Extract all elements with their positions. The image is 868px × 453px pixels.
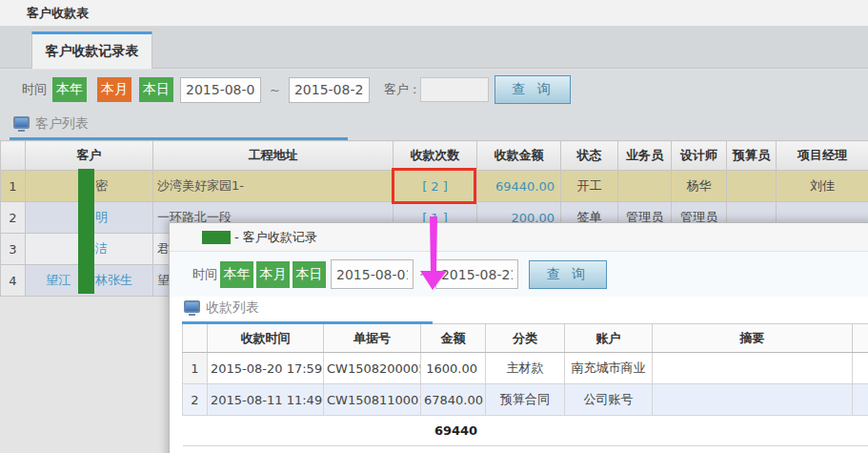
customer-list-title: 客户列表: [35, 115, 89, 133]
extra-cell: [853, 384, 868, 416]
col-doc-no[interactable]: 单据号: [324, 324, 421, 353]
extra-cell: [853, 353, 868, 384]
col-status[interactable]: 状态: [561, 141, 618, 171]
row-num: 2: [1, 202, 26, 234]
customer-table-header: 客户 工程地址 收款次数 收款金额 状态 业务员 设计师 预算员 项目经理: [1, 141, 868, 171]
this-month-button[interactable]: 本月: [256, 261, 290, 288]
col-rownum: [183, 324, 208, 353]
row-num: 1: [1, 171, 26, 202]
dialog-filter-bar: 时间 本年 本月 本日 ~ 查 询: [170, 252, 868, 297]
this-month-button[interactable]: 本月: [97, 77, 131, 102]
main-filter-bar: 时间 本年 本月 本日 ~ 客户 : 查 询: [0, 70, 868, 110]
total-amount: 69440: [424, 423, 489, 438]
tab-customer-payment-record[interactable]: 客户收款记录表: [31, 31, 152, 69]
date-to-input[interactable]: [289, 77, 370, 103]
category-cell: 预算合同: [486, 384, 565, 416]
summary-cell: [653, 353, 853, 384]
payment-list-section: 收款列表: [170, 297, 868, 323]
query-button[interactable]: 查 询: [495, 75, 571, 104]
query-button[interactable]: 查 询: [529, 260, 607, 289]
designer-cell: 杨华: [672, 171, 727, 202]
monitor-icon: [13, 116, 30, 129]
pay-time-cell: 2015-08-11 11:49: [208, 384, 324, 416]
col-address[interactable]: 工程地址: [153, 141, 394, 171]
col-pay-time[interactable]: 收款时间: [208, 324, 324, 353]
payment-row[interactable]: 2 2015-08-11 11:49 CW1508110001 67840.00…: [183, 384, 868, 416]
highlight-rectangle: [392, 168, 476, 204]
doc-no-cell: CW1508200005: [324, 353, 421, 384]
category-cell: 主材款: [486, 353, 565, 384]
summary-cell: [653, 384, 853, 416]
status-cell: 开工: [561, 171, 618, 202]
date-from-input[interactable]: [180, 77, 261, 103]
customer-input[interactable]: [420, 77, 489, 102]
customer-list-section: 客户列表: [0, 110, 868, 141]
pay-time-cell: 2015-08-20 17:59: [208, 353, 324, 384]
payment-table-header: 收款时间 单据号 金额 分类 账户 摘要: [183, 324, 868, 353]
manager-cell: 刘佳: [777, 171, 868, 202]
annotation-arrow-icon: [416, 216, 449, 292]
col-budgeter[interactable]: 预算员: [727, 141, 777, 171]
col-manager[interactable]: 项目经理: [777, 141, 868, 171]
customer-label: 客户 :: [384, 81, 417, 98]
col-rownum: [1, 141, 26, 171]
col-extra: [853, 324, 868, 353]
salesman-cell: [618, 171, 672, 202]
monitor-icon: [184, 300, 200, 313]
payment-total-row: 69440: [183, 416, 868, 446]
col-customer[interactable]: 客户: [26, 141, 153, 171]
col-pay-amount[interactable]: 收款金额: [477, 141, 561, 171]
date-separator: ~: [270, 83, 280, 97]
col-pay-count[interactable]: 收款次数: [394, 141, 477, 171]
payment-row[interactable]: 1 2015-08-20 17:59 CW1508200005 1600.00 …: [183, 353, 868, 384]
redaction-bar: [78, 169, 94, 294]
dialog-titlebar: - 客户收款记录: [170, 223, 868, 252]
col-amount[interactable]: 金额: [421, 324, 486, 353]
payment-records-dialog: - 客户收款记录 时间 本年 本月 本日 ~ 查 询 收款列表 收款时间 单据号…: [169, 222, 868, 453]
this-day-button[interactable]: 本日: [293, 261, 326, 288]
section-underline: [182, 321, 433, 324]
doc-no-cell: CW1508110001: [324, 384, 421, 416]
row-num: 3: [1, 234, 26, 265]
row-num: 4: [1, 265, 26, 297]
tab-strip: 客户收款记录表: [0, 27, 868, 69]
payment-table: 收款时间 单据号 金额 分类 账户 摘要 1 2015-08-20 17:59 …: [182, 323, 868, 446]
col-summary[interactable]: 摘要: [653, 324, 853, 353]
row-num: 2: [183, 384, 208, 416]
time-label: 时间: [22, 81, 47, 98]
dialog-title: - 客户收款记录: [234, 229, 317, 246]
row-num: 1: [183, 353, 208, 384]
account-cell: 南充城市商业: [565, 353, 653, 384]
col-category[interactable]: 分类: [486, 324, 565, 353]
time-label: 时间: [192, 266, 217, 283]
this-day-button[interactable]: 本日: [139, 77, 173, 102]
this-year-button[interactable]: 本年: [52, 77, 87, 102]
account-cell: 公司账号: [565, 384, 653, 416]
budgeter-cell: [727, 171, 777, 202]
address-cell: 沙湾美好家园1-: [153, 171, 394, 202]
col-account[interactable]: 账户: [565, 324, 653, 353]
redaction-block: [202, 231, 231, 244]
col-salesman[interactable]: 业务员: [618, 141, 672, 171]
this-year-button[interactable]: 本年: [220, 261, 253, 288]
col-designer[interactable]: 设计师: [672, 141, 727, 171]
pay-amount-cell: 69440.00: [477, 171, 561, 202]
window-title: 客户收款表: [0, 0, 868, 27]
payment-list-title: 收款列表: [206, 299, 259, 317]
amount-cell: 67840.00: [421, 384, 486, 416]
date-from-input[interactable]: [331, 259, 414, 289]
amount-cell: 1600.00: [421, 353, 486, 384]
